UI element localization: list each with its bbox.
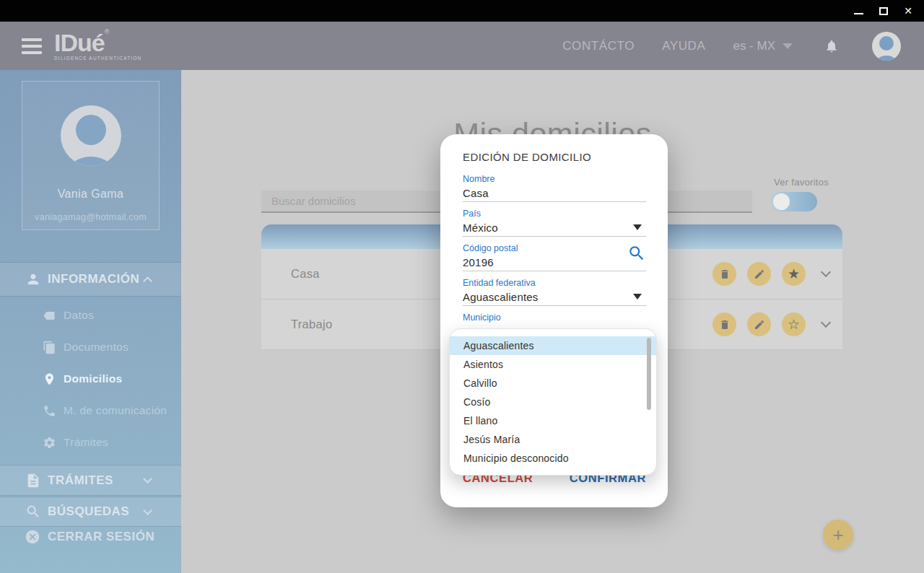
chevron-down-icon [143, 474, 152, 484]
section-label: BÚSQUEDAS [48, 504, 129, 519]
sidebar-submenu: Datos Documentos Domicilios M. de comuni… [0, 299, 181, 458]
dropdown-scrollbar[interactable] [647, 338, 651, 410]
edit-button[interactable] [747, 262, 771, 286]
profile-avatar [61, 105, 121, 166]
app-header: IDué® DILIGENCE AUTHENTICATION CONTÁCTO … [0, 22, 924, 70]
chevron-up-icon [143, 276, 152, 286]
hamburger-menu-icon[interactable] [22, 38, 42, 54]
field-label: Código postal [463, 242, 646, 255]
registered-mark: ® [105, 28, 110, 35]
sidebar-item-label: Datos [64, 309, 94, 322]
dropdown-option[interactable]: El llano [450, 411, 656, 430]
sidebar-item-label: Trámites [64, 436, 108, 449]
brand-logo: IDué® DILIGENCE AUTHENTICATION [54, 30, 142, 61]
minimize-icon[interactable] [854, 13, 863, 14]
postal-search-icon[interactable] [627, 244, 646, 263]
sidebar-item-datos[interactable]: Datos [0, 299, 181, 331]
field-entidad-federativa: Entidad federativa Aguascalientes [463, 277, 646, 306]
sidebar-item-label: Documentos [64, 341, 128, 354]
search-icon [25, 504, 41, 520]
pencil-icon [754, 319, 765, 331]
trash-icon [719, 319, 731, 331]
add-domicile-button[interactable]: + [823, 520, 853, 550]
municipio-dropdown: Aguascalientes Asientos Calvillo Cosío E… [449, 328, 657, 476]
maximize-icon[interactable] [879, 7, 888, 15]
favorite-button[interactable]: ★ [782, 262, 806, 286]
profile-card: Vania Gama vaniagamag@hotmail.com [22, 81, 160, 230]
dropdown-option[interactable]: Jesús María [450, 430, 656, 449]
sidebar-item-domicilios[interactable]: Domicilios [0, 363, 181, 395]
label-icon [43, 309, 56, 323]
dropdown-option[interactable]: Cosío [450, 393, 656, 411]
sidebar-item-label: M. de comunicación [64, 404, 167, 417]
favorites-toggle[interactable] [771, 192, 817, 211]
section-label: TRÁMITES [48, 473, 113, 488]
codigo-postal-input[interactable]: 20196 [463, 256, 646, 271]
favorites-toggle-label: Ver favoritos [751, 177, 852, 188]
field-municipio: Municipio [463, 312, 646, 324]
dropdown-option[interactable]: Asientos [450, 355, 656, 374]
modal-title: EDICIÓN DE DOMICILIO [463, 150, 646, 165]
field-pais: País México [463, 208, 646, 237]
language-value: es - MX [733, 39, 775, 53]
delete-button[interactable] [712, 262, 736, 286]
brand-name: IDué [54, 29, 105, 56]
select-arrow-icon[interactable] [633, 294, 642, 299]
sidebar-section-tramites[interactable]: TRÁMITES [0, 465, 181, 496]
pais-select[interactable]: México [463, 222, 646, 237]
edit-domicile-modal: EDICIÓN DE DOMICILIO Nombre Casa País Mé… [440, 134, 668, 507]
nav-ayuda[interactable]: AYUDA [662, 39, 705, 53]
domicile-name: Trabajo [291, 318, 332, 331]
sidebar-section-informacion[interactable]: INFORMACIÓN [0, 262, 181, 297]
os-titlebar: ✕ [0, 0, 924, 22]
nombre-input[interactable]: Casa [463, 187, 646, 202]
star-filled-icon: ★ [788, 267, 800, 281]
sidebar-item-label: Domicilios [64, 372, 122, 385]
chevron-down-icon[interactable] [821, 317, 831, 327]
field-codigo-postal: Código postal 20196 [463, 242, 646, 271]
user-avatar[interactable] [872, 32, 901, 61]
gear-icon [43, 436, 56, 450]
chevron-down-icon[interactable] [821, 266, 831, 276]
documents-icon [43, 341, 56, 354]
location-pin-icon [43, 372, 56, 386]
trash-icon [719, 268, 731, 280]
domicile-name: Casa [291, 267, 320, 281]
star-outline-icon: ☆ [788, 318, 800, 331]
sidebar-item-documentos[interactable]: Documentos [0, 331, 181, 363]
dropdown-option[interactable]: Aguascalientes [450, 336, 656, 355]
field-label: País [463, 208, 646, 220]
field-label: Nombre [463, 173, 646, 185]
pencil-icon [754, 268, 765, 280]
chevron-down-icon [143, 506, 152, 515]
chevron-down-icon [783, 43, 793, 49]
sidebar: Vania Gama vaniagamag@hotmail.com INFORM… [0, 70, 181, 573]
delete-button[interactable] [712, 312, 736, 336]
language-selector[interactable]: es - MX [733, 39, 793, 53]
person-icon [25, 271, 41, 287]
phone-icon [43, 404, 56, 418]
section-label: INFORMACIÓN [48, 272, 139, 286]
favorite-button[interactable]: ☆ [782, 312, 806, 336]
edit-button[interactable] [747, 312, 771, 336]
field-label: Entidad federativa [463, 277, 646, 289]
sidebar-section-busquedas[interactable]: BÚSQUEDAS [0, 497, 181, 527]
logout-label: CERRAR SESIÓN [48, 530, 154, 544]
notifications-bell-icon[interactable] [824, 38, 839, 54]
select-arrow-icon[interactable] [633, 224, 642, 230]
close-icon[interactable]: ✕ [904, 6, 912, 16]
dropdown-option[interactable]: Municipio desconocido [450, 449, 656, 468]
profile-email: vaniagamag@hotmail.com [22, 212, 159, 222]
toggle-knob [773, 193, 790, 210]
sidebar-item-medios-comunicacion[interactable]: M. de comunicación [0, 395, 181, 427]
field-nombre: Nombre Casa [463, 173, 646, 202]
brand-tagline: DILIGENCE AUTHENTICATION [54, 56, 142, 61]
entidad-federativa-select[interactable]: Aguascalientes [463, 291, 646, 306]
document-icon [25, 473, 41, 489]
sidebar-item-tramites[interactable]: Trámites [0, 427, 181, 458]
close-circle-icon [25, 529, 40, 545]
dropdown-option[interactable]: Calvillo [450, 374, 656, 393]
logout-button[interactable]: CERRAR SESIÓN [0, 526, 181, 548]
field-label: Municipio [463, 312, 646, 324]
nav-contacto[interactable]: CONTÁCTO [562, 39, 635, 53]
